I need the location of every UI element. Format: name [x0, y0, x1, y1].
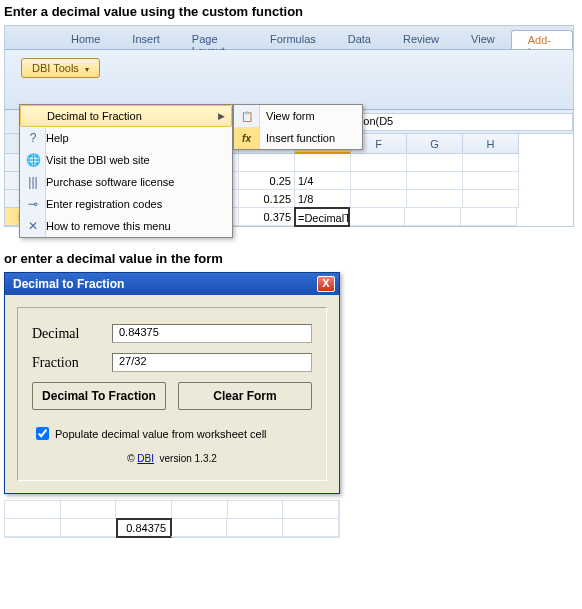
col-head-g[interactable]: G — [407, 134, 463, 154]
chevron-right-icon: ▶ — [218, 111, 225, 121]
decimal-input[interactable]: 0.84375 — [112, 324, 312, 343]
cell[interactable] — [407, 154, 463, 172]
tab-insert[interactable]: Insert — [116, 30, 176, 49]
cell[interactable] — [463, 154, 519, 172]
copyright-line: © DBI version 1.3.2 — [32, 453, 312, 464]
cell[interactable] — [171, 519, 227, 537]
tab-review[interactable]: Review — [387, 30, 455, 49]
menu-item-purchase[interactable]: ||| Purchase software license — [20, 171, 232, 193]
submenu-label: View form — [260, 110, 315, 122]
menu-label: How to remove this menu — [46, 220, 226, 232]
cell-e4[interactable]: 1/8 — [295, 190, 351, 208]
decimal-to-fraction-form: Decimal to Fraction X Decimal 0.84375 Fr… — [4, 272, 340, 494]
cell[interactable] — [228, 501, 284, 519]
menu-item-decimal-to-fraction[interactable]: Decimal to Fraction ▶ — [20, 105, 232, 127]
globe-icon: 🌐 — [20, 153, 46, 167]
submenu-view-form[interactable]: 📋 View form — [234, 105, 362, 127]
cell-d3[interactable]: 0.25 — [239, 172, 295, 190]
fraction-label: Fraction — [32, 355, 112, 371]
tab-page-layout[interactable]: Page Layout — [176, 30, 254, 49]
cell[interactable] — [5, 519, 61, 537]
convert-button[interactable]: Decimal To Fraction — [32, 382, 166, 410]
menu-item-register[interactable]: ⊸ Enter registration codes — [20, 193, 232, 215]
cell[interactable] — [283, 501, 339, 519]
tab-view[interactable]: View — [455, 30, 511, 49]
close-icon: ✕ — [20, 219, 46, 233]
populate-checkbox[interactable] — [36, 427, 49, 440]
tab-addins[interactable]: Add-Ins — [511, 30, 573, 49]
cell[interactable] — [407, 172, 463, 190]
col-head-h[interactable]: H — [463, 134, 519, 154]
excel-app: Home Insert Page Layout Formulas Data Re… — [4, 25, 574, 227]
help-icon: ? — [20, 131, 46, 145]
fraction-input[interactable]: 27/32 — [112, 353, 312, 372]
populate-label: Populate decimal value from worksheet ce… — [55, 428, 267, 440]
clear-button[interactable]: Clear Form — [178, 382, 312, 410]
cell[interactable] — [405, 208, 461, 226]
cell-d5[interactable]: 0.375 — [239, 208, 295, 226]
dbi-submenu: 📋 View form fx Insert function — [233, 104, 363, 150]
submenu-label: Insert function — [260, 132, 335, 144]
cell[interactable] — [351, 190, 407, 208]
dbi-menu: Decimal to Fraction ▶ ? Help 🌐 Visit the… — [19, 104, 233, 238]
cell[interactable] — [239, 154, 295, 172]
menu-item-help[interactable]: ? Help — [20, 127, 232, 149]
cell[interactable] — [295, 154, 351, 172]
cell[interactable] — [172, 501, 228, 519]
cell[interactable] — [116, 501, 172, 519]
dbi-tools-button[interactable]: DBI Tools — [21, 58, 100, 78]
cell[interactable] — [463, 172, 519, 190]
fx-icon: fx — [234, 127, 260, 149]
form-titlebar[interactable]: Decimal to Fraction X — [5, 273, 339, 295]
form-icon: 📋 — [234, 105, 260, 127]
cell[interactable] — [351, 154, 407, 172]
barcode-icon: ||| — [20, 175, 46, 189]
caption-1: Enter a decimal value using the custom f… — [4, 4, 578, 19]
menu-label: Help — [46, 132, 226, 144]
tab-formulas[interactable]: Formulas — [254, 30, 332, 49]
cell[interactable] — [61, 501, 117, 519]
submenu-insert-function[interactable]: fx Insert function — [234, 127, 362, 149]
mini-grid[interactable]: 0.84375 — [4, 500, 340, 538]
tab-data[interactable]: Data — [332, 30, 387, 49]
ribbon-tabs: Home Insert Page Layout Formulas Data Re… — [5, 26, 573, 50]
cell[interactable] — [463, 190, 519, 208]
menu-label: Enter registration codes — [46, 198, 226, 210]
caption-2: or enter a decimal value in the form — [4, 251, 578, 266]
ribbon-body: DBI Tools — [5, 50, 573, 110]
cell[interactable] — [5, 501, 61, 519]
mini-active-cell[interactable]: 0.84375 — [116, 518, 172, 538]
menu-label: Visit the DBI web site — [46, 154, 226, 166]
cell-d4[interactable]: 0.125 — [239, 190, 295, 208]
cell[interactable] — [407, 190, 463, 208]
cell[interactable] — [461, 208, 517, 226]
decimal-label: Decimal — [32, 326, 112, 342]
cell-e5[interactable]: =DecimalToFraction(D5 — [294, 207, 350, 227]
cell[interactable] — [283, 519, 339, 537]
tab-home[interactable]: Home — [55, 30, 116, 49]
cell-e3[interactable]: 1/4 — [295, 172, 351, 190]
cell[interactable] — [349, 208, 405, 226]
cell[interactable] — [351, 172, 407, 190]
cell-e5-value: =DecimalToFraction(D5 — [298, 210, 350, 226]
cell[interactable] — [227, 519, 283, 537]
form-title-text: Decimal to Fraction — [13, 277, 124, 291]
key-icon: ⊸ — [20, 197, 46, 211]
cell[interactable] — [61, 519, 117, 537]
menu-item-visit-site[interactable]: 🌐 Visit the DBI web site — [20, 149, 232, 171]
menu-item-remove[interactable]: ✕ How to remove this menu — [20, 215, 232, 237]
close-button[interactable]: X — [317, 276, 335, 292]
dbi-link[interactable]: DBI — [137, 453, 154, 464]
menu-label: Decimal to Fraction — [47, 110, 218, 122]
menu-label: Purchase software license — [46, 176, 226, 188]
